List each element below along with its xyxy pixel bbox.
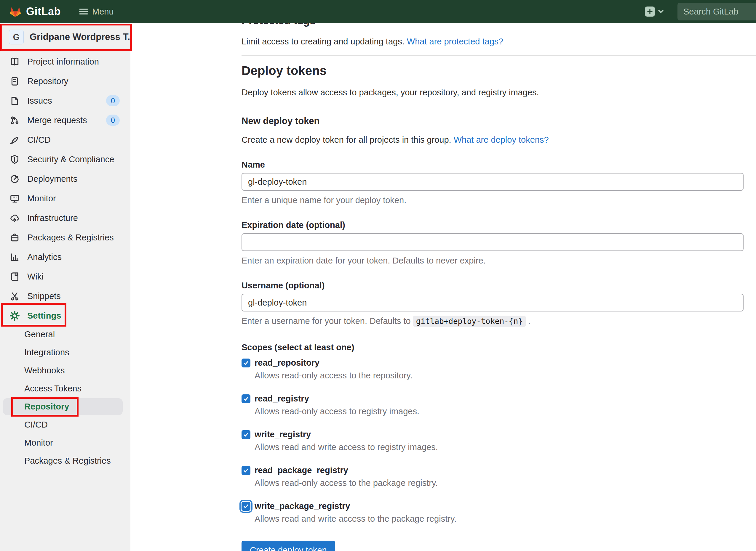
settings-subitem-general[interactable]: General <box>0 326 131 344</box>
repository-icon <box>10 76 20 86</box>
scope-desc-write-registry: Allows read and write access to registry… <box>255 442 744 452</box>
bar-chart-icon <box>10 252 20 262</box>
username-label: Username (optional) <box>242 280 744 291</box>
checkbox-read-registry[interactable] <box>242 394 250 403</box>
hamburger-icon <box>79 8 88 15</box>
scopes-label: Scopes (select at least one) <box>242 342 744 353</box>
new-deploy-token-heading: New deploy token <box>242 115 744 127</box>
scope-label-read-registry[interactable]: read_registry <box>255 394 309 404</box>
settings-submenu: General Integrations Webhooks Access Tok… <box>0 326 131 470</box>
monitor-icon <box>10 194 20 203</box>
deploy-tokens-description: Deploy tokens allow access to packages, … <box>242 87 744 98</box>
merge-requests-icon <box>10 115 20 125</box>
settings-subitem-repository[interactable]: Repository <box>0 398 131 416</box>
scope-label-write-package-registry[interactable]: write_package_registry <box>255 501 350 511</box>
scope-desc-read-repository: Allows read-only access to the repositor… <box>255 370 744 381</box>
sidebar-item-ci-cd[interactable]: CI/CD <box>0 130 131 149</box>
create-deploy-token-button[interactable]: Create deploy token <box>242 541 335 551</box>
plus-icon <box>645 7 655 17</box>
name-label: Name <box>242 159 744 170</box>
expiration-help-text: Enter an expiration date for your token.… <box>242 255 744 266</box>
scope-desc-read-package-registry: Allows read-only access to the package r… <box>255 478 744 488</box>
project-information-icon <box>10 57 20 67</box>
sidebar-item-deployments[interactable]: Deployments <box>0 169 131 188</box>
name-help-text: Enter a unique name for your deploy toke… <box>242 195 744 205</box>
checkbox-write-package-registry[interactable] <box>242 502 250 511</box>
sidebar-item-issues[interactable]: Issues 0 <box>0 91 131 110</box>
sidebar: G Gridpane Wordpress T... Project inform… <box>0 23 131 551</box>
scope-label-read-package-registry[interactable]: read_package_registry <box>255 465 348 475</box>
name-input[interactable] <box>242 173 744 191</box>
username-help-text: Enter a username for your token. Default… <box>242 316 744 327</box>
checkbox-write-registry[interactable] <box>242 430 250 439</box>
cloud-gear-icon <box>10 213 20 223</box>
protected-tags-help-link[interactable]: What are protected tags? <box>407 37 504 46</box>
ci-cd-icon <box>10 135 20 145</box>
section-divider <box>242 55 756 56</box>
gear-icon <box>10 311 20 321</box>
sidebar-project-header[interactable]: G Gridpane Wordpress T... <box>0 23 131 51</box>
project-avatar: G <box>9 30 24 44</box>
top-navbar: GitLab Menu <box>0 0 756 23</box>
settings-subitem-monitor[interactable]: Monitor <box>0 434 131 452</box>
username-default-code: gitlab+deploy-token-{n} <box>413 316 526 327</box>
settings-subitem-packages-registries[interactable]: Packages & Registries <box>0 452 131 470</box>
deploy-tokens-heading: Deploy tokens <box>242 63 744 79</box>
settings-subitem-webhooks[interactable]: Webhooks <box>0 362 131 380</box>
sidebar-item-settings[interactable]: Settings <box>0 306 131 326</box>
sidebar-item-packages-registries[interactable]: Packages & Registries <box>0 228 131 247</box>
chevron-down-icon <box>658 9 664 14</box>
deploy-tokens-help-link[interactable]: What are deploy tokens? <box>454 135 549 144</box>
sidebar-item-merge-requests[interactable]: Merge requests 0 <box>0 110 131 130</box>
scope-desc-read-registry: Allows read-only access to registry imag… <box>255 406 744 417</box>
project-title: Gridpane Wordpress T... <box>30 32 131 42</box>
scope-label-write-registry[interactable]: write_registry <box>255 430 311 439</box>
expiration-date-input[interactable] <box>242 233 744 251</box>
settings-subitem-ci-cd[interactable]: CI/CD <box>0 416 131 434</box>
new-item-dropdown[interactable] <box>645 7 664 17</box>
checkbox-read-repository[interactable] <box>242 359 250 368</box>
menu-label: Menu <box>92 7 114 17</box>
merge-requests-count-badge: 0 <box>106 115 120 126</box>
sidebar-item-repository[interactable]: Repository <box>0 71 131 91</box>
expiration-date-label: Expiration date (optional) <box>242 220 744 230</box>
search-input[interactable] <box>678 3 756 20</box>
sidebar-item-project-information[interactable]: Project information <box>0 52 131 71</box>
sidebar-item-infrastructure[interactable]: Infrastructure <box>0 208 131 228</box>
scope-desc-write-package-registry: Allows read and write access to the pack… <box>255 513 744 524</box>
wiki-book-icon <box>10 272 20 282</box>
protected-tags-description: Limit access to creating and updating ta… <box>242 36 744 47</box>
issues-icon <box>10 96 20 106</box>
package-icon <box>10 233 20 242</box>
sidebar-item-security-compliance[interactable]: Security & Compliance <box>0 149 131 169</box>
shield-icon <box>10 154 20 164</box>
scope-label-read-repository[interactable]: read_repository <box>255 358 319 368</box>
username-input[interactable] <box>242 294 744 312</box>
new-deploy-token-description: Create a new deploy token for all projec… <box>242 134 744 145</box>
sidebar-item-snippets[interactable]: Snippets <box>0 286 131 306</box>
settings-subitem-access-tokens[interactable]: Access Tokens <box>0 380 131 398</box>
issues-count-badge: 0 <box>106 95 120 106</box>
deployments-icon <box>10 174 20 184</box>
checkbox-read-package-registry[interactable] <box>242 466 250 475</box>
gitlab-logo-icon[interactable] <box>9 6 21 17</box>
settings-subitem-integrations[interactable]: Integrations <box>0 344 131 362</box>
brand-title[interactable]: GitLab <box>26 5 61 18</box>
main-content: Protected tags Limit access to creating … <box>131 0 756 551</box>
scissors-icon <box>10 291 20 301</box>
sidebar-item-monitor[interactable]: Monitor <box>0 188 131 208</box>
sidebar-item-analytics[interactable]: Analytics <box>0 247 131 267</box>
sidebar-item-wiki[interactable]: Wiki <box>0 267 131 286</box>
menu-button[interactable]: Menu <box>79 7 114 17</box>
